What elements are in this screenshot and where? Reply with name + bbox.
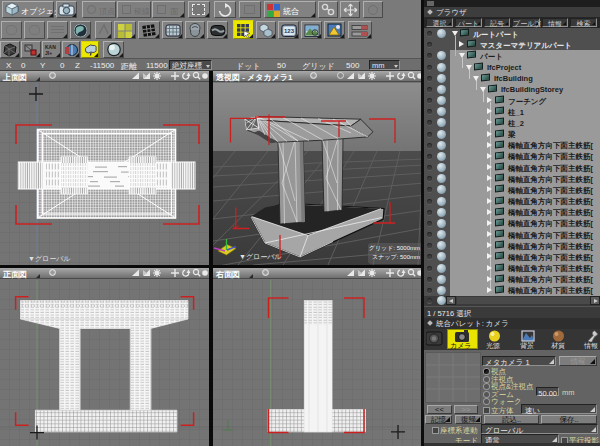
svg-text:JI+: JI+ [45, 50, 52, 56]
svg-text:123: 123 [284, 28, 295, 34]
